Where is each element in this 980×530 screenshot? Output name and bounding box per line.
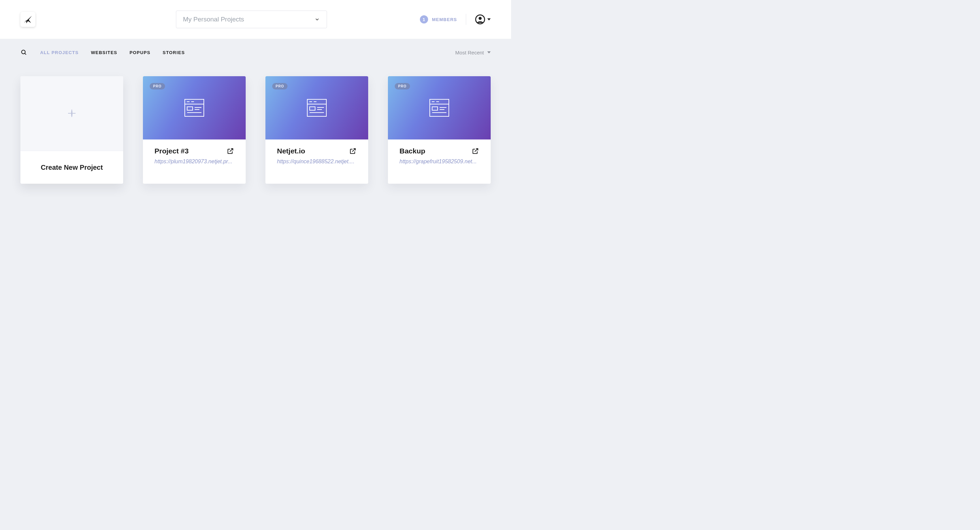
header-right: 1 MEMBERS: [420, 14, 491, 25]
toolbar: ALL PROJECTS WEBSITES POPUPS STORIES Mos…: [0, 39, 511, 56]
project-card-body: Project #3 https://plum19820973.netjet.p…: [143, 140, 246, 184]
pro-badge: PRO: [272, 83, 288, 89]
avatar-icon: [475, 14, 485, 24]
project-title: Project #3: [154, 147, 189, 155]
members-button[interactable]: 1 MEMBERS: [420, 15, 457, 24]
project-card[interactable]: PRO Backup https://grapefruit19582509.ne…: [388, 76, 491, 184]
create-project-card[interactable]: Create New Project: [21, 76, 123, 184]
svg-line-21: [352, 149, 355, 152]
sort-label: Most Recent: [455, 50, 484, 56]
svg-line-30: [475, 149, 478, 152]
workspace-selector[interactable]: My Personal Projects: [176, 11, 327, 28]
filter-tabs: ALL PROJECTS WEBSITES POPUPS STORIES: [40, 50, 442, 55]
project-thumbnail[interactable]: PRO: [143, 76, 246, 140]
search-icon: [21, 49, 27, 56]
open-external-button[interactable]: [227, 147, 234, 155]
app-logo[interactable]: [21, 12, 35, 27]
open-external-button[interactable]: [349, 147, 356, 155]
tab-popups[interactable]: POPUPS: [130, 50, 150, 55]
project-thumbnail[interactable]: PRO: [388, 76, 491, 140]
caret-down-icon: [487, 18, 491, 21]
project-card-body: Backup https://grapefruit19582509.net...: [388, 140, 491, 184]
svg-rect-17: [310, 107, 315, 110]
project-title: Netjet.io: [277, 147, 305, 155]
project-url: https://quince19688522.netjet....: [277, 159, 356, 165]
project-url: https://grapefruit19582509.net...: [399, 159, 479, 165]
website-icon: [430, 99, 449, 117]
svg-rect-26: [432, 107, 438, 110]
workspace-selector-label: My Personal Projects: [183, 16, 244, 23]
svg-line-3: [25, 53, 26, 55]
project-card[interactable]: PRO Project #3 https://plum19820973.netj…: [143, 76, 246, 184]
sort-dropdown[interactable]: Most Recent: [455, 50, 491, 56]
plus-circle-icon: [71, 111, 73, 117]
project-title-row: Netjet.io: [277, 147, 356, 155]
svg-line-12: [230, 149, 233, 152]
caret-down-icon: [487, 51, 491, 53]
create-project-top[interactable]: [21, 76, 123, 151]
project-url: https://plum19820973.netjet.pr...: [154, 159, 234, 165]
app-header: My Personal Projects 1 MEMBERS: [0, 0, 511, 39]
website-icon: [185, 99, 204, 117]
project-title-row: Project #3: [154, 147, 234, 155]
project-title-row: Backup: [399, 147, 479, 155]
svg-point-1: [479, 17, 482, 20]
tab-stories[interactable]: STORIES: [163, 50, 185, 55]
search-button[interactable]: [21, 49, 27, 56]
chevron-down-icon: [314, 17, 320, 22]
pro-badge: PRO: [150, 83, 165, 89]
create-project-label[interactable]: Create New Project: [21, 151, 123, 184]
project-thumbnail[interactable]: PRO: [266, 76, 368, 140]
projects-grid: Create New Project PRO Project #3 https:…: [0, 56, 511, 204]
members-label: MEMBERS: [432, 17, 457, 22]
tab-all-projects[interactable]: ALL PROJECTS: [40, 50, 79, 55]
vertical-divider: [466, 14, 466, 25]
project-title: Backup: [399, 147, 425, 155]
open-external-button[interactable]: [472, 147, 479, 155]
tab-websites[interactable]: WEBSITES: [91, 50, 118, 55]
pro-badge: PRO: [395, 83, 410, 89]
project-card[interactable]: PRO Netjet.io https://quince19688522.net…: [266, 76, 368, 184]
jet-icon: [23, 14, 33, 24]
svg-point-2: [21, 50, 25, 54]
member-count-badge: 1: [420, 15, 428, 24]
project-card-body: Netjet.io https://quince19688522.netjet.…: [266, 140, 368, 184]
account-menu[interactable]: [475, 14, 491, 24]
svg-rect-8: [187, 107, 192, 110]
website-icon: [307, 99, 327, 117]
